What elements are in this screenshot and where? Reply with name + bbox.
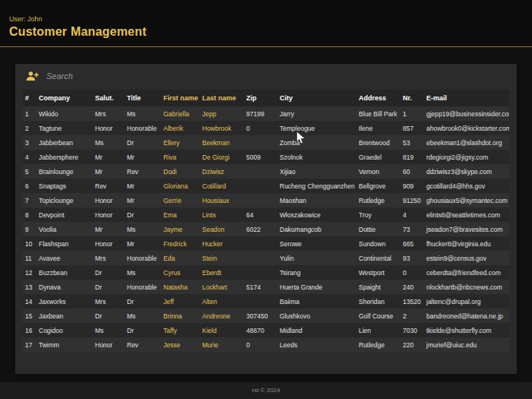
column-header-salut[interactable]: Salut. (93, 90, 125, 106)
table-row[interactable]: 8DevpointHonorDrEmaLints64WłoszakowiceTr… (23, 207, 509, 222)
table-cell: elints6@seattletimes.com (424, 207, 509, 222)
table-cell: Hucker (200, 236, 244, 251)
table-cell: Mr (93, 150, 125, 164)
table-row[interactable]: 6SnaptagsRevMrGlorianaCotillardRucheng C… (23, 179, 509, 193)
table-cell: Riva (161, 150, 200, 164)
table-cell: Jepp (200, 106, 244, 121)
table-cell: 11 (23, 251, 36, 265)
table-cell: 17 (23, 337, 36, 352)
user-label: User: John (9, 15, 523, 23)
table-cell: 5 (23, 164, 36, 179)
table-cell: Buzzbean (36, 265, 93, 280)
search-input[interactable] (46, 71, 506, 81)
column-header-row-number[interactable]: # (23, 90, 36, 106)
table-cell: Mrs (93, 294, 125, 309)
table-cell: Dr (125, 207, 161, 222)
table-cell: Howbrook (200, 121, 244, 135)
table-cell: Dr (125, 323, 161, 337)
table-cell: Rev (125, 164, 161, 179)
table-cell: gcotillard4@hhs.gov (424, 179, 509, 193)
table-cell: 2 (23, 121, 36, 135)
table-cell: jaltenc@drupal.org (424, 294, 509, 309)
table-cell: Housiaux (200, 193, 244, 207)
table-row[interactable]: 13DynavaDrHonorableNatashaLockhart5174Hu… (23, 280, 509, 294)
table-cell: 1 (23, 106, 36, 121)
table-cell: Cyrus (161, 265, 200, 280)
table-cell: Rev (93, 179, 125, 193)
table-cell: Honor (93, 193, 125, 207)
table-cell: 307450 (244, 309, 277, 323)
table-cell: 12 (23, 265, 36, 280)
table-cell: Maoshan (277, 193, 356, 207)
table-row[interactable]: 14JaxworksMrsDrJeffAltenBaiimaSheridan13… (23, 294, 509, 309)
table-cell: 3 (23, 135, 36, 150)
table-cell: Topiclounge (36, 193, 93, 207)
table-cell: Midland (277, 323, 356, 337)
table-header-row: #CompanySalut.TitleFirst nameLast nameZi… (23, 90, 509, 106)
column-header-address[interactable]: Address (356, 90, 401, 106)
column-header-zip[interactable]: Zip (244, 90, 277, 106)
table-cell: ghousiaux5@symantec.com (424, 193, 509, 207)
table-cell: 4 (401, 207, 424, 222)
table-cell: Serowe (277, 236, 356, 251)
table-row[interactable]: 7TopicloungeHonorMrGerrieHousiauxMaoshan… (23, 193, 509, 207)
table-cell: Alten (200, 294, 244, 309)
table-cell: 64 (244, 207, 277, 222)
table-row[interactable]: 11AvaveeMrsHonorableEdaSteinYulinContine… (23, 251, 509, 265)
table-cell: 240 (401, 280, 424, 294)
table-body: 1WikidoMrsMsGabriellaJepp97199JarryBlue … (23, 106, 509, 352)
table-row[interactable]: 15JaxbeanDrMsBrinnaAndreone307450Glushko… (23, 309, 509, 323)
table-cell: ebeekman1@slashdot.org (424, 135, 509, 150)
table-cell: Mr (125, 179, 161, 193)
table-cell (244, 251, 277, 265)
table-cell (244, 135, 277, 150)
table-cell: Ms (125, 222, 161, 236)
table-cell: Dr (125, 135, 161, 150)
footer-text: rst © 2024 (252, 387, 280, 394)
column-header-e-mail[interactable]: E-mail (424, 90, 509, 106)
table-row[interactable]: 2TagtuneHonorHonorableAlberikHowbrook0Te… (23, 121, 509, 135)
table-cell: Stein (200, 251, 244, 265)
table-row[interactable]: 12BuzzbeanDrMsCyrusEberdtTsirangWestport… (23, 265, 509, 280)
table-cell: Rev (125, 337, 161, 352)
table-cell: Sheridan (356, 294, 401, 309)
table-cell: Snaptags (36, 179, 93, 193)
table-cell (244, 265, 277, 280)
table-row[interactable]: 1WikidoMrsMsGabriellaJepp97199JarryBlue … (23, 106, 509, 121)
column-header-city[interactable]: City (277, 90, 356, 106)
table-row[interactable]: 9VooliaMrMsJaymeSeadon6022DakumangcobDot… (23, 222, 509, 236)
table-cell: Yulin (277, 251, 356, 265)
table-cell: Brainlounge (36, 164, 93, 179)
table-cell: Huerta Grande (277, 280, 356, 294)
table-cell: 97199 (244, 106, 277, 121)
table-cell: 5009 (244, 150, 277, 164)
table-cell: 0 (401, 265, 424, 280)
table-cell: Jaxworks (36, 294, 93, 309)
table-cell: 53 (401, 135, 424, 150)
column-header-company[interactable]: Company (36, 90, 93, 106)
table-cell: Westport (356, 265, 401, 280)
app-header: User: John Customer Management (0, 0, 532, 47)
table-cell: Dakumangcob (277, 222, 356, 236)
table-cell: Szolnok (277, 150, 356, 164)
table-cell: Taffy (161, 323, 200, 337)
table-cell: 16 (23, 323, 36, 337)
table-cell: Xijiao (277, 164, 356, 179)
table-cell: Gloriana (161, 179, 200, 193)
table-cell: Beekman (200, 135, 244, 150)
table-row[interactable]: 3JabberbeanMsDrElleryBeekmanZombaBrentwo… (23, 135, 509, 150)
table-cell: Mr (125, 236, 161, 251)
table-row[interactable]: 17TwimmHonorRevJesseMurie0LeedsRutledge2… (23, 337, 509, 352)
column-header-nr[interactable]: Nr. (401, 90, 424, 106)
table-row[interactable]: 16CogidooMsDrTaffyKield48670MidlandLien7… (23, 323, 509, 337)
column-header-title[interactable]: Title (125, 90, 161, 106)
table-row[interactable]: 4JabbersphereMrMrRivaDe Giorgi5009Szolno… (23, 150, 509, 164)
table-cell: Glushkovo (277, 309, 356, 323)
table-row[interactable]: 10FlashspanHonorMrFredrickHuckerSeroweSu… (23, 236, 509, 251)
table-cell: 13 (23, 280, 36, 294)
column-header-first-name[interactable]: First name (161, 90, 200, 106)
table-row[interactable]: 5BrainloungeMrRevDodiDziwiszXijiaoVernon… (23, 164, 509, 179)
column-header-last-name[interactable]: Last name (200, 90, 244, 106)
table-cell: Ema (161, 207, 200, 222)
table-cell: Ms (93, 135, 125, 150)
